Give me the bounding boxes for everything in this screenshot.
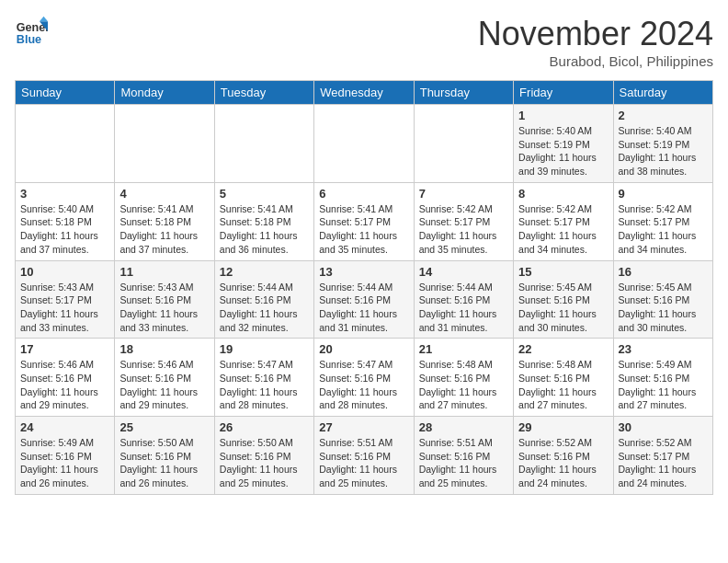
day-number: 20 [319,342,408,356]
day-number: 19 [220,342,309,356]
cell-content: Sunrise: 5:42 AMSunset: 5:17 PMDaylight:… [518,202,608,257]
header: General Blue November 2024 Burabod, Bico… [15,15,713,69]
day-number: 17 [20,342,109,356]
week-row-5: 24Sunrise: 5:49 AMSunset: 5:16 PMDayligh… [16,417,713,495]
calendar-cell: 20Sunrise: 5:47 AMSunset: 5:16 PMDayligh… [314,339,414,417]
calendar-cell: 9Sunrise: 5:42 AMSunset: 5:17 PMDaylight… [613,182,712,260]
cell-content: Sunrise: 5:50 AMSunset: 5:16 PMDaylight:… [220,436,309,490]
cell-content: Sunrise: 5:48 AMSunset: 5:16 PMDaylight:… [518,358,608,412]
title-block: November 2024 Burabod, Bicol, Philippine… [478,15,713,69]
calendar-cell: 10Sunrise: 5:43 AMSunset: 5:17 PMDayligh… [16,260,115,339]
calendar-cell: 7Sunrise: 5:42 AMSunset: 5:17 PMDaylight… [414,182,513,260]
cell-content: Sunrise: 5:45 AMSunset: 5:16 PMDaylight:… [518,281,608,335]
calendar-cell: 28Sunrise: 5:51 AMSunset: 5:16 PMDayligh… [414,417,513,495]
svg-text:Blue: Blue [17,33,41,46]
cell-content: Sunrise: 5:41 AMSunset: 5:18 PMDaylight:… [119,202,209,257]
calendar-cell [16,105,115,183]
calendar-cell: 17Sunrise: 5:46 AMSunset: 5:16 PMDayligh… [16,339,115,417]
calendar-cell: 19Sunrise: 5:47 AMSunset: 5:16 PMDayligh… [214,339,313,417]
cell-content: Sunrise: 5:44 AMSunset: 5:16 PMDaylight:… [220,281,309,335]
day-number: 6 [319,187,408,201]
day-number: 11 [119,265,209,279]
day-number: 22 [518,342,608,356]
calendar-cell: 3Sunrise: 5:40 AMSunset: 5:18 PMDaylight… [16,182,115,260]
cell-content: Sunrise: 5:44 AMSunset: 5:16 PMDaylight:… [419,281,508,335]
calendar-cell: 30Sunrise: 5:52 AMSunset: 5:17 PMDayligh… [613,417,712,495]
cell-content: Sunrise: 5:42 AMSunset: 5:17 PMDaylight:… [619,202,708,257]
svg-marker-3 [40,17,48,21]
calendar-cell: 29Sunrise: 5:52 AMSunset: 5:16 PMDayligh… [514,417,613,495]
weekday-header-sunday: Sunday [16,81,115,105]
cell-content: Sunrise: 5:48 AMSunset: 5:16 PMDaylight:… [419,358,508,412]
calendar-cell: 8Sunrise: 5:42 AMSunset: 5:17 PMDaylight… [514,182,613,260]
cell-content: Sunrise: 5:51 AMSunset: 5:16 PMDaylight:… [319,436,408,490]
cell-content: Sunrise: 5:49 AMSunset: 5:16 PMDaylight:… [20,436,109,490]
calendar-cell: 24Sunrise: 5:49 AMSunset: 5:16 PMDayligh… [16,417,115,495]
weekday-header-monday: Monday [115,81,214,105]
weekday-header-tuesday: Tuesday [214,81,313,105]
calendar-cell: 5Sunrise: 5:41 AMSunset: 5:18 PMDaylight… [214,182,313,260]
calendar-cell: 18Sunrise: 5:46 AMSunset: 5:16 PMDayligh… [115,339,214,417]
logo-icon: General Blue [15,15,48,48]
location: Burabod, Bicol, Philippines [478,53,713,69]
cell-content: Sunrise: 5:41 AMSunset: 5:17 PMDaylight:… [319,202,408,257]
weekday-header-wednesday: Wednesday [314,81,414,105]
day-number: 9 [619,187,708,201]
calendar-cell: 16Sunrise: 5:45 AMSunset: 5:16 PMDayligh… [613,260,712,339]
cell-content: Sunrise: 5:50 AMSunset: 5:16 PMDaylight:… [119,436,209,490]
day-number: 5 [220,187,309,201]
weekday-header-friday: Friday [514,81,613,105]
cell-content: Sunrise: 5:44 AMSunset: 5:16 PMDaylight:… [319,281,408,335]
calendar-cell: 15Sunrise: 5:45 AMSunset: 5:16 PMDayligh… [514,260,613,339]
week-row-2: 3Sunrise: 5:40 AMSunset: 5:18 PMDaylight… [16,182,713,260]
calendar-cell: 22Sunrise: 5:48 AMSunset: 5:16 PMDayligh… [514,339,613,417]
day-number: 13 [319,265,408,279]
day-number: 4 [119,187,209,201]
day-number: 25 [119,420,209,434]
page: General Blue November 2024 Burabod, Bico… [0,0,728,510]
calendar-cell: 12Sunrise: 5:44 AMSunset: 5:16 PMDayligh… [214,260,313,339]
calendar-cell [414,105,513,183]
day-number: 18 [119,342,209,356]
weekday-header-saturday: Saturday [613,81,712,105]
day-number: 21 [419,342,508,356]
cell-content: Sunrise: 5:52 AMSunset: 5:17 PMDaylight:… [619,436,708,490]
calendar-cell: 21Sunrise: 5:48 AMSunset: 5:16 PMDayligh… [414,339,513,417]
cell-content: Sunrise: 5:45 AMSunset: 5:16 PMDaylight:… [619,281,708,335]
weekday-header-thursday: Thursday [414,81,513,105]
cell-content: Sunrise: 5:46 AMSunset: 5:16 PMDaylight:… [20,358,109,412]
calendar-cell: 1Sunrise: 5:40 AMSunset: 5:19 PMDaylight… [514,105,613,183]
week-row-3: 10Sunrise: 5:43 AMSunset: 5:17 PMDayligh… [16,260,713,339]
calendar-cell: 27Sunrise: 5:51 AMSunset: 5:16 PMDayligh… [314,417,414,495]
day-number: 12 [220,265,309,279]
day-number: 14 [419,265,508,279]
day-number: 28 [419,420,508,434]
calendar-cell [314,105,414,183]
cell-content: Sunrise: 5:46 AMSunset: 5:16 PMDaylight:… [119,358,209,412]
calendar-cell: 23Sunrise: 5:49 AMSunset: 5:16 PMDayligh… [613,339,712,417]
day-number: 23 [619,342,708,356]
day-number: 8 [518,187,608,201]
day-number: 30 [619,420,708,434]
cell-content: Sunrise: 5:47 AMSunset: 5:16 PMDaylight:… [319,358,408,412]
cell-content: Sunrise: 5:43 AMSunset: 5:17 PMDaylight:… [20,281,109,335]
cell-content: Sunrise: 5:41 AMSunset: 5:18 PMDaylight:… [220,202,309,257]
cell-content: Sunrise: 5:47 AMSunset: 5:16 PMDaylight:… [220,358,309,412]
day-number: 24 [20,420,109,434]
calendar-cell: 13Sunrise: 5:44 AMSunset: 5:16 PMDayligh… [314,260,414,339]
calendar-cell: 4Sunrise: 5:41 AMSunset: 5:18 PMDaylight… [115,182,214,260]
calendar-cell: 2Sunrise: 5:40 AMSunset: 5:19 PMDaylight… [613,105,712,183]
cell-content: Sunrise: 5:51 AMSunset: 5:16 PMDaylight:… [419,436,508,490]
day-number: 27 [319,420,408,434]
cell-content: Sunrise: 5:49 AMSunset: 5:16 PMDaylight:… [619,358,708,412]
calendar-cell: 25Sunrise: 5:50 AMSunset: 5:16 PMDayligh… [115,417,214,495]
calendar-cell [115,105,214,183]
calendar-cell: 6Sunrise: 5:41 AMSunset: 5:17 PMDaylight… [314,182,414,260]
day-number: 16 [619,265,708,279]
day-number: 1 [518,109,608,122]
weekday-header-row: SundayMondayTuesdayWednesdayThursdayFrid… [16,81,713,105]
calendar-cell [214,105,313,183]
day-number: 15 [518,265,608,279]
cell-content: Sunrise: 5:43 AMSunset: 5:16 PMDaylight:… [119,281,209,335]
calendar-cell: 11Sunrise: 5:43 AMSunset: 5:16 PMDayligh… [115,260,214,339]
